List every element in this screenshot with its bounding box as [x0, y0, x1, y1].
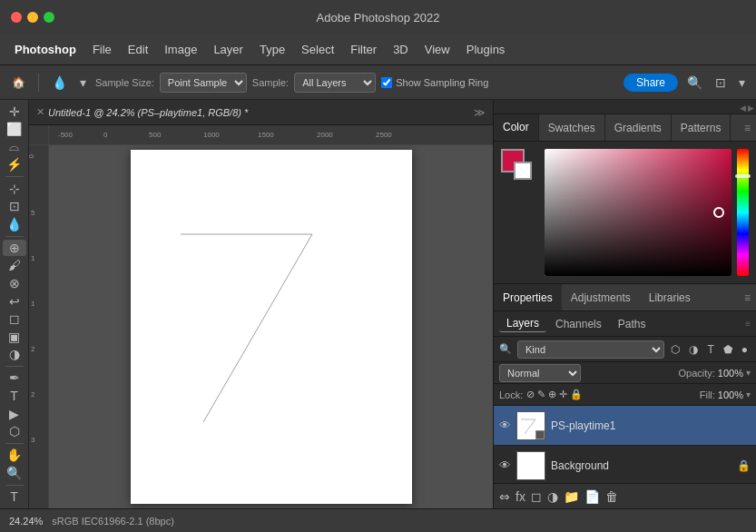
workspace-dropdown[interactable]: ▾ [735, 74, 749, 92]
layer-mask-thumb [535, 430, 545, 439]
new-group-icon[interactable]: 📁 [564, 489, 579, 504]
panel-scroll-right[interactable]: ▶ [748, 103, 754, 113]
quick-select-tool[interactable]: ⚡ [3, 157, 26, 173]
new-layer-icon[interactable]: 📄 [584, 489, 600, 504]
menu-item-view[interactable]: View [417, 39, 457, 60]
sample-size-select[interactable]: Point Sample [160, 73, 247, 93]
layers-panel-menu[interactable]: ≡ [745, 319, 751, 329]
eyedropper-dropdown[interactable]: ▾ [76, 74, 90, 92]
type-tool[interactable]: T [3, 388, 26, 404]
color-panel-menu[interactable]: ≡ [739, 122, 756, 134]
menu-item-filter[interactable]: Filter [343, 39, 384, 60]
sample-select[interactable]: All Layers [294, 73, 376, 93]
share-button[interactable]: Share [623, 74, 678, 92]
tab-expand-icon[interactable]: ≫ [474, 106, 486, 119]
hue-slider[interactable] [737, 149, 749, 276]
menu-item-file[interactable]: File [85, 39, 119, 60]
blend-mode-select[interactable]: Normal [499, 364, 581, 382]
tab-swatches[interactable]: Swatches [539, 114, 605, 141]
show-sampling-ring-label[interactable]: Show Sampling Ring [381, 77, 488, 88]
path-select-tool[interactable]: ▶ [3, 406, 26, 422]
document-tab[interactable]: Untitled-1 @ 24.2% (PS–playtime1, RGB/8)… [48, 107, 248, 118]
frame-tool[interactable]: ⊡ [3, 198, 26, 214]
color-gradient-picker[interactable] [545, 149, 731, 276]
panel-top-arrows: ◀ ▶ [494, 100, 756, 114]
link-layers-icon[interactable]: ⇔ [499, 489, 510, 504]
layer-item[interactable]: 👁 PS-playtime1 [494, 406, 756, 446]
fill-value[interactable]: 100% [718, 389, 743, 400]
workspace-icon[interactable]: ⊡ [712, 74, 730, 92]
rectangle-select-tool[interactable]: ⬜ [3, 122, 26, 138]
menu-item-select[interactable]: Select [294, 39, 341, 60]
text-tool-2[interactable]: T [3, 488, 26, 505]
pen-tool[interactable]: ✒ [3, 370, 26, 387]
brush-tool[interactable]: 🖌 [3, 258, 26, 274]
search-icon[interactable]: 🔍 [683, 74, 706, 92]
shape-tool[interactable]: ⬡ [3, 423, 26, 439]
menu-item-3d[interactable]: 3D [386, 39, 416, 60]
show-sampling-ring-checkbox[interactable] [381, 77, 392, 88]
tab-close-button[interactable]: ✕ [36, 106, 44, 118]
tab-libraries[interactable]: Libraries [640, 284, 700, 310]
minimize-button[interactable] [27, 12, 38, 23]
history-brush-tool[interactable]: ↩ [3, 293, 26, 310]
opacity-value[interactable]: 100% [718, 368, 743, 379]
adjustment-layer-icon[interactable]: ◑ [547, 489, 558, 504]
tab-gradients[interactable]: Gradients [605, 114, 672, 141]
lasso-tool[interactable]: ⌓ [3, 139, 26, 155]
lock-label: Lock: [499, 389, 523, 400]
sub-tab-channels[interactable]: Channels [548, 316, 609, 332]
tab-patterns[interactable]: Patterns [672, 114, 731, 141]
zoom-tool[interactable]: 🔍 [3, 465, 26, 481]
tab-properties[interactable]: Properties [494, 284, 562, 310]
opacity-dropdown[interactable]: ▾ [746, 368, 751, 378]
layer-filter-type[interactable]: T [704, 342, 716, 357]
menu-item-edit[interactable]: Edit [121, 39, 155, 60]
layer-filter-shape[interactable]: ⬟ [721, 342, 735, 357]
close-button[interactable] [11, 12, 22, 23]
eraser-tool[interactable]: ◻ [3, 310, 26, 327]
menu-item-image[interactable]: Image [157, 39, 204, 60]
layer-visibility-icon[interactable]: 👁 [499, 419, 511, 432]
menu-item-type[interactable]: Type [252, 39, 292, 60]
tab-color[interactable]: Color [494, 114, 539, 141]
properties-panel-menu[interactable]: ≡ [739, 291, 756, 304]
move-tool[interactable]: ✛ [3, 103, 26, 120]
spot-heal-tool[interactable]: ⊕ [3, 240, 26, 256]
layer-visibility-icon[interactable]: 👁 [499, 458, 511, 472]
lock-icons: ⊘ ✎ ⊕ ✛ 🔒 [526, 389, 583, 400]
hand-tool[interactable]: ✋ [3, 448, 26, 464]
delete-layer-icon[interactable]: 🗑 [605, 489, 618, 504]
eyedropper-tool[interactable]: 💧 [3, 216, 26, 232]
fx-icon[interactable]: fx [515, 489, 525, 504]
layer-filter-pixel[interactable]: ⬡ [668, 342, 682, 357]
panel-scroll-left[interactable]: ◀ [740, 103, 746, 113]
lock-image[interactable]: ✎ [537, 389, 545, 400]
stamp-tool[interactable]: ⊗ [3, 275, 26, 291]
lock-artboard[interactable]: ⊕ [548, 389, 556, 400]
background-color[interactable] [514, 162, 532, 180]
eyedropper-icon[interactable]: 💧 [48, 74, 71, 92]
menu-item-layer[interactable]: Layer [206, 39, 250, 60]
layer-filter-smart[interactable]: ● [739, 342, 751, 357]
sub-tab-paths[interactable]: Paths [611, 316, 653, 332]
add-mask-icon[interactable]: ◻ [531, 489, 542, 504]
layer-kind-select[interactable]: Kind [517, 340, 664, 359]
canvas-viewport[interactable] [49, 145, 493, 508]
fill-dropdown[interactable]: ▾ [746, 389, 751, 399]
tab-adjustments[interactable]: Adjustments [562, 284, 640, 310]
main-layout: ✛ ⬜ ⌓ ⚡ ⊹ ⊡ 💧 ⊕ 🖌 ⊗ ↩ ◻ ▣ ◑ ✒ T ▶ ⬡ ✋ 🔍 … [0, 100, 756, 508]
layer-filter-adjust[interactable]: ◑ [686, 342, 701, 357]
layer-item[interactable]: 👁 Background 🔒 [494, 446, 756, 483]
crop-tool[interactable]: ⊹ [3, 181, 26, 197]
gradient-tool[interactable]: ▣ [3, 329, 26, 345]
lock-all[interactable]: 🔒 [570, 389, 583, 400]
menu-item-plugins[interactable]: Plugins [459, 39, 513, 60]
maximize-button[interactable] [44, 12, 54, 23]
lock-transparent[interactable]: ⊘ [526, 389, 535, 400]
dodge-tool[interactable]: ◑ [3, 346, 26, 362]
lock-position[interactable]: ✛ [559, 389, 567, 400]
menu-item-photoshop[interactable]: Photoshop [7, 39, 83, 60]
home-button[interactable]: 🏠 [7, 72, 29, 94]
sub-tab-layers[interactable]: Layers [499, 315, 546, 332]
